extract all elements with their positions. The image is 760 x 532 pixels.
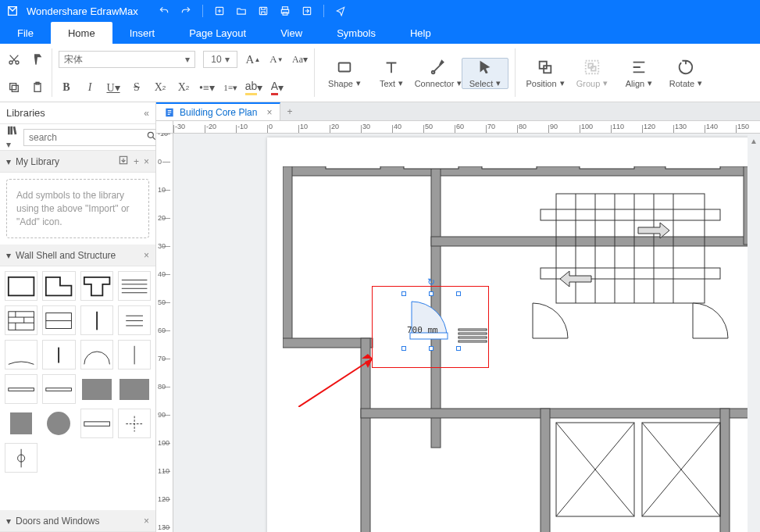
menu-file[interactable]: File (0, 22, 51, 44)
ribbon-group-font: 宋体▾ 10▾ A▲ A▼ Aa▾ B I U▾ S X2 X2 •≡▾ 1≡▾… (52, 44, 314, 102)
doc-tab-label: Building Core Plan (180, 107, 257, 118)
libraries-header: Libraries « (0, 102, 155, 124)
scroll-up-icon[interactable]: ▲ (750, 137, 758, 145)
save-button[interactable] (256, 4, 270, 18)
symbol-center-mark[interactable] (118, 409, 151, 438)
copy-icon[interactable] (6, 80, 22, 95)
new-tab-button[interactable]: + (280, 102, 298, 120)
symbol-vline[interactable] (42, 340, 75, 370)
menu-help[interactable]: Help (393, 22, 448, 44)
symbol-beam[interactable] (80, 409, 113, 438)
symbol-lines[interactable] (118, 271, 151, 301)
menu-view[interactable]: View (263, 22, 319, 44)
select-button[interactable]: Select▾ (462, 58, 508, 89)
bullets-button[interactable]: •≡▾ (199, 80, 215, 95)
close-section-icon[interactable]: × (144, 156, 149, 167)
subscript-button[interactable]: X2 (152, 80, 168, 95)
superscript-button[interactable]: X2 (176, 80, 191, 95)
svg-rect-1 (259, 7, 266, 14)
svg-rect-24 (9, 388, 34, 391)
canvas[interactable]: ↻ 700 mm (173, 134, 748, 532)
menu-home[interactable]: Home (51, 22, 112, 44)
search-icon[interactable] (146, 130, 157, 144)
section-wall-shell[interactable]: ▾ Wall Shell and Structure × (0, 245, 155, 266)
document-tabs: Building Core Plan × + (156, 102, 760, 121)
section-my-library[interactable]: ▾ My Library + × (0, 151, 155, 173)
numbering-button[interactable]: 1≡▾ (223, 80, 238, 95)
decrease-font-icon[interactable]: A▼ (269, 52, 284, 67)
collapse-panel-icon[interactable]: « (144, 108, 149, 119)
selected-door-symbol[interactable]: ↻ 700 mm (404, 294, 458, 348)
svg-rect-37 (541, 409, 550, 532)
app-title: Wondershare EdrawMax (27, 5, 138, 17)
share-button[interactable] (334, 4, 348, 18)
group-button[interactable]: Group▾ (569, 59, 615, 88)
symbol-panel[interactable] (42, 305, 75, 335)
symbol-wall-l[interactable] (42, 271, 75, 301)
redo-button[interactable] (179, 4, 193, 18)
close-section-icon[interactable]: × (144, 250, 149, 261)
chevron-down-icon: ▾ (6, 250, 11, 261)
document-icon (164, 107, 175, 118)
add-icon[interactable]: + (134, 156, 139, 167)
underline-button[interactable]: U▾ (105, 80, 121, 95)
svg-rect-21 (9, 277, 34, 296)
svg-rect-30 (283, 166, 292, 346)
close-tab-icon[interactable]: × (266, 107, 272, 118)
section-doors-windows[interactable]: ▾ Doors and Windows × (0, 510, 155, 532)
undo-button[interactable] (157, 4, 171, 18)
menu-page-layout[interactable]: Page Layout (172, 22, 263, 44)
symbol-vline2[interactable] (118, 340, 151, 370)
cut-icon[interactable] (6, 52, 22, 67)
export-button[interactable] (300, 4, 314, 18)
menu-insert[interactable]: Insert (112, 22, 173, 44)
print-button[interactable] (278, 4, 292, 18)
paste-icon[interactable] (30, 80, 45, 95)
symbol-arc2[interactable] (80, 340, 113, 370)
text-button[interactable]: Text▾ (368, 59, 415, 88)
case-icon[interactable]: Aa▾ (292, 52, 308, 67)
symbol-wall-rect[interactable] (5, 271, 37, 301)
shape-button[interactable]: Shape▾ (321, 59, 368, 88)
open-button[interactable] (234, 4, 248, 18)
svg-rect-9 (10, 84, 16, 90)
symbol-wall-t[interactable] (80, 271, 113, 301)
position-button[interactable]: Position▾ (522, 59, 569, 88)
library-menu-icon[interactable]: ▾ (6, 124, 19, 150)
symbol-arc[interactable] (5, 340, 37, 370)
highlight-button[interactable]: ab▾ (246, 80, 262, 95)
symbol-solid2[interactable] (118, 374, 151, 404)
rotate-button[interactable]: Rotate▾ (662, 59, 709, 88)
search-input[interactable] (29, 132, 146, 143)
align-button[interactable]: Align▾ (615, 59, 662, 88)
menu-symbols[interactable]: Symbols (319, 22, 393, 44)
strikethrough-button[interactable]: S (129, 80, 145, 95)
italic-button[interactable]: I (82, 80, 98, 95)
vertical-scrollbar[interactable]: ▲ (748, 134, 760, 532)
import-icon[interactable] (118, 155, 129, 168)
symbol-square-solid[interactable] (5, 409, 37, 438)
doc-tab-building-core[interactable]: Building Core Plan × (156, 102, 280, 120)
close-section-icon[interactable]: × (144, 516, 149, 527)
annotation-arrow (298, 352, 384, 407)
ruler-vertical: -100102030405060708090100110120130140150 (156, 134, 173, 532)
symbol-thinbar1[interactable] (5, 374, 37, 404)
new-button[interactable] (212, 4, 227, 18)
font-name-select[interactable]: 宋体▾ (59, 51, 195, 68)
svg-rect-31 (283, 338, 373, 348)
format-painter-icon[interactable] (30, 52, 45, 67)
symbol-circle-solid[interactable] (42, 409, 75, 438)
symbol-column[interactable] (80, 305, 113, 335)
ribbon-group-tools: Shape▾ Text▾ Connector▾ Select▾ (315, 44, 515, 102)
symbol-thinbar2[interactable] (42, 374, 75, 404)
bold-button[interactable]: B (59, 80, 74, 95)
symbol-bricks[interactable] (5, 305, 37, 335)
font-size-select[interactable]: 10▾ (203, 51, 237, 68)
connector-button[interactable]: Connector▾ (415, 59, 462, 88)
increase-font-icon[interactable]: A▲ (245, 52, 261, 67)
symbol-solid1[interactable] (80, 374, 113, 404)
rotate-handle-icon[interactable]: ↻ (427, 277, 435, 287)
font-color-button[interactable]: A▾ (269, 80, 285, 95)
symbol-short-lines[interactable] (118, 305, 151, 335)
symbol-target[interactable] (5, 443, 37, 473)
